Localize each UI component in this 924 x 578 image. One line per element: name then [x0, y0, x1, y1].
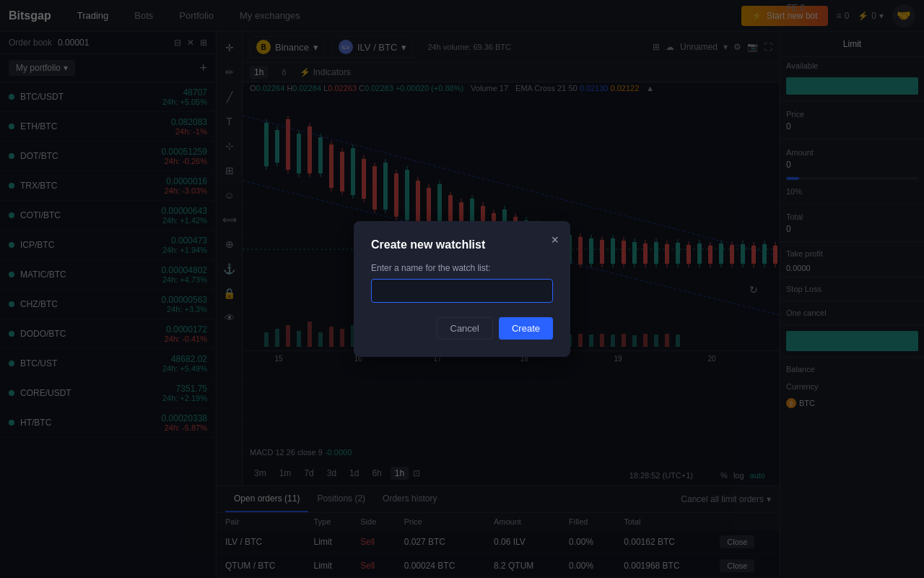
watchlist-name-input[interactable]: [371, 279, 553, 303]
modal-close-button[interactable]: ×: [551, 233, 559, 248]
modal-title: Create new watchlist: [371, 238, 553, 251]
modal-overlay: Create new watchlist × Enter a name for …: [0, 0, 924, 578]
modal-cancel-button[interactable]: Cancel: [437, 317, 493, 340]
modal-actions: Cancel Create: [371, 317, 553, 340]
modal-input-label: Enter a name for the watch list:: [371, 263, 553, 273]
modal-create-button[interactable]: Create: [499, 317, 553, 340]
create-watchlist-modal: Create new watchlist × Enter a name for …: [354, 221, 570, 357]
